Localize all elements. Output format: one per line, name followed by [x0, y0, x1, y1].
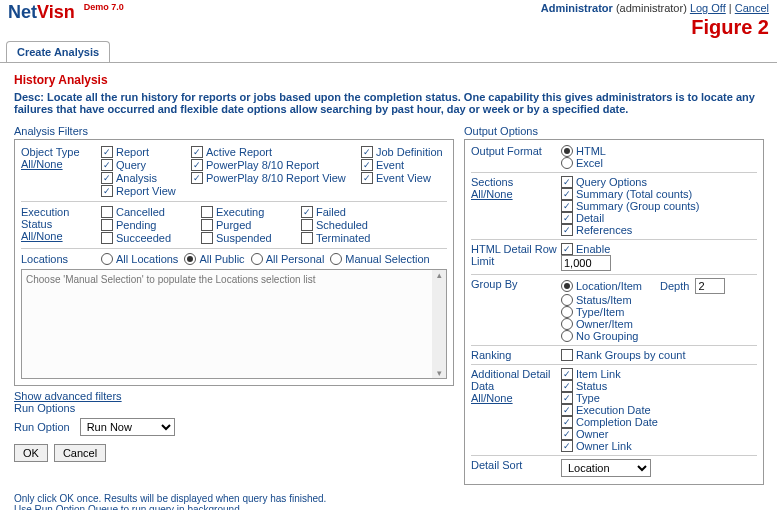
page-title: History Analysis	[14, 73, 763, 87]
cb-type[interactable]: ✓	[561, 392, 573, 404]
cb-rank[interactable]	[561, 349, 573, 361]
logo-net: Net	[8, 2, 37, 22]
loc-label: Locations	[21, 253, 101, 265]
rb-excel[interactable]	[561, 157, 573, 169]
detail-sort-label: Detail Sort	[471, 459, 561, 471]
sections-allnone[interactable]: All/None	[471, 188, 513, 200]
cb-pending[interactable]	[101, 219, 113, 231]
cb-compdate[interactable]: ✓	[561, 416, 573, 428]
logo: NetVisn	[8, 2, 80, 22]
row-limit-input[interactable]	[561, 255, 611, 271]
cb-suspended[interactable]	[201, 232, 213, 244]
cb-sec-sumtot[interactable]: ✓	[561, 188, 573, 200]
cb-succeeded[interactable]	[101, 232, 113, 244]
cb-sec-refs[interactable]: ✓	[561, 224, 573, 236]
footer-line1: Only click OK once. Results will be disp…	[14, 493, 763, 504]
cb-sec-detail[interactable]: ✓	[561, 212, 573, 224]
cb-sec-sumgrp[interactable]: ✓	[561, 200, 573, 212]
scroll-up-icon[interactable]: ▴	[432, 270, 446, 280]
loc-scrollbar[interactable]: ▴ ▾	[432, 270, 446, 378]
logo-visn: Visn	[37, 2, 75, 22]
cb-purged[interactable]	[201, 219, 213, 231]
cb-terminated[interactable]	[301, 232, 313, 244]
cb-pp810rv[interactable]: ✓	[191, 172, 203, 184]
cb-enable-limit[interactable]: ✓	[561, 243, 573, 255]
cb-event[interactable]: ✓	[361, 159, 373, 171]
ot-allnone[interactable]: All/None	[21, 158, 63, 170]
detail-sort-select[interactable]: Location	[561, 459, 651, 477]
rb-manual-selection[interactable]	[330, 253, 342, 265]
cb-reportview[interactable]: ✓	[101, 185, 113, 197]
cb-jobdef[interactable]: ✓	[361, 146, 373, 158]
exec-status-label: Execution Status	[21, 206, 101, 230]
cb-executing[interactable]	[201, 206, 213, 218]
run-option-fieldlabel: Run Option	[14, 421, 70, 433]
groupby-label: Group By	[471, 278, 561, 290]
cb-failed[interactable]: ✓	[301, 206, 313, 218]
output-title: Output Options	[464, 125, 764, 137]
rb-gb-loc[interactable]	[561, 280, 573, 292]
rb-gb-type[interactable]	[561, 306, 573, 318]
rb-gb-owner[interactable]	[561, 318, 573, 330]
loc-placeholder: Choose 'Manual Selection' to populate th…	[26, 274, 316, 285]
rb-gb-status[interactable]	[561, 294, 573, 306]
cb-query[interactable]: ✓	[101, 159, 113, 171]
add-detail-label: Additional Detail Data	[471, 368, 561, 392]
desc-label: Desc:	[14, 91, 47, 103]
show-advanced-filters[interactable]: Show advanced filters	[14, 390, 122, 402]
admin-user: (administrator)	[616, 2, 687, 14]
footer-line2: Use Run Option Queue to run query in bac…	[14, 504, 763, 510]
ranking-label: Ranking	[471, 349, 561, 361]
cb-execdate[interactable]: ✓	[561, 404, 573, 416]
cancel-button[interactable]: Cancel	[54, 444, 106, 462]
scroll-down-icon[interactable]: ▾	[432, 368, 446, 378]
desc-text: Locate all the run history for reports o…	[14, 91, 755, 115]
cb-report[interactable]: ✓	[101, 146, 113, 158]
cb-pp810r[interactable]: ✓	[191, 159, 203, 171]
cancel-top-link[interactable]: Cancel	[735, 2, 769, 14]
logoff-link[interactable]: Log Off	[690, 2, 726, 14]
run-options-label: Run Options	[14, 402, 454, 414]
rb-all-public[interactable]	[184, 253, 196, 265]
tab-create-analysis[interactable]: Create Analysis	[6, 41, 110, 62]
locations-listbox[interactable]: Choose 'Manual Selection' to populate th…	[21, 269, 447, 379]
ok-button[interactable]: OK	[14, 444, 48, 462]
es-allnone[interactable]: All/None	[21, 230, 63, 242]
rb-all-personal[interactable]	[251, 253, 263, 265]
cb-activereport[interactable]: ✓	[191, 146, 203, 158]
rb-gb-none[interactable]	[561, 330, 573, 342]
cb-eventview[interactable]: ✓	[361, 172, 373, 184]
rb-html[interactable]	[561, 145, 573, 157]
object-type-label: Object Type	[21, 146, 101, 158]
filters-panel: Object Type All/None ✓Report ✓Query ✓Ana…	[14, 139, 454, 386]
version-label: Demo 7.0	[84, 2, 124, 12]
add-allnone[interactable]: All/None	[471, 392, 513, 404]
cb-cancelled[interactable]	[101, 206, 113, 218]
output-panel: Output Format HTML Excel Sections All/No…	[464, 139, 764, 485]
depth-label: Depth	[660, 280, 689, 292]
cb-ownerlink[interactable]: ✓	[561, 440, 573, 452]
output-format-label: Output Format	[471, 145, 561, 157]
sections-label: Sections	[471, 176, 561, 188]
htmlrow-label: HTML Detail Row Limit	[471, 243, 561, 267]
cb-itemlink[interactable]: ✓	[561, 368, 573, 380]
cb-owner[interactable]: ✓	[561, 428, 573, 440]
figure-label: Figure 2	[541, 16, 769, 39]
admin-role: Administrator	[541, 2, 613, 14]
depth-input[interactable]	[695, 278, 725, 294]
cb-scheduled[interactable]	[301, 219, 313, 231]
cb-sec-query[interactable]: ✓	[561, 176, 573, 188]
cb-analysis[interactable]: ✓	[101, 172, 113, 184]
cb-status[interactable]: ✓	[561, 380, 573, 392]
filters-title: Analysis Filters	[14, 125, 454, 137]
rb-all-locations[interactable]	[101, 253, 113, 265]
run-option-select[interactable]: Run Now	[80, 418, 175, 436]
